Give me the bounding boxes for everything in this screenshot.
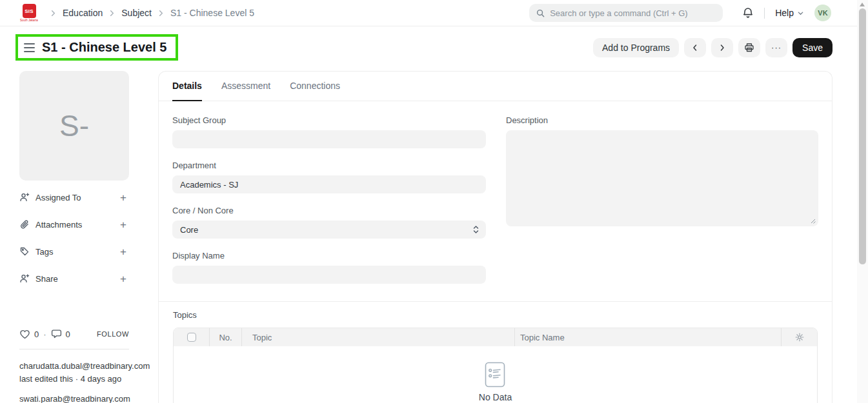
sidebar-item-label: Assigned To — [35, 193, 81, 202]
breadcrumb-education[interactable]: Education — [63, 8, 103, 18]
header-actions: Add to Programs ··· Save — [593, 38, 833, 57]
select-all-checkbox[interactable] — [187, 333, 196, 342]
sidebar-item-tags: Tags + — [19, 238, 129, 265]
likes-count: 0 — [34, 329, 39, 339]
search-input[interactable] — [550, 8, 716, 18]
notifications-bell-icon[interactable] — [742, 7, 754, 19]
like-button[interactable]: 0 — [19, 329, 39, 339]
topics-table: No. Topic Topic Name No Data — [173, 328, 818, 403]
last-edited-by: charudatta.dubal@treadbinary.com — [19, 360, 158, 373]
page-title: S1 - Chinese Level 5 — [42, 40, 167, 55]
printer-icon — [744, 43, 754, 53]
add-to-programs-button[interactable]: Add to Programs — [593, 38, 679, 57]
department-input[interactable] — [172, 175, 486, 193]
add-attachment-button[interactable]: + — [117, 218, 129, 231]
chevron-right-icon — [49, 9, 57, 17]
column-header-topic-name: Topic Name — [514, 328, 781, 346]
last-edited-note: last edited this · 4 days ago — [19, 373, 158, 386]
sidebar-item-assigned-to: Assigned To + — [19, 184, 129, 211]
comments-count: 0 — [66, 329, 70, 339]
created-by-block: swati.parab@treadbinary.com — [19, 393, 158, 403]
tag-icon — [19, 246, 30, 257]
heart-icon — [19, 329, 30, 339]
column-header-topic: Topic — [241, 328, 514, 346]
topics-table-body: No Data — [174, 346, 817, 403]
sidebar-item-label: Attachments — [35, 220, 82, 230]
scroll-up-arrow-icon[interactable] — [860, 3, 865, 6]
table-settings-button[interactable] — [781, 328, 817, 346]
add-share-button[interactable]: + — [117, 272, 129, 286]
core-non-core-select[interactable]: Core — [172, 221, 486, 239]
follow-button[interactable]: FOLLOW — [97, 330, 129, 338]
chevron-right-icon — [718, 43, 727, 52]
empty-state: No Data — [479, 362, 512, 402]
paperclip-icon — [19, 219, 30, 230]
add-assignment-button[interactable]: + — [117, 191, 129, 204]
select-updown-icon — [472, 225, 479, 234]
next-record-button[interactable] — [711, 38, 733, 57]
display-name-input[interactable] — [172, 266, 486, 284]
topics-section: Topics No. Topic Topic Name No Data — [159, 302, 832, 403]
sidebar-item-label: Share — [35, 274, 58, 284]
global-search[interactable] — [529, 4, 723, 22]
form-left-column: Subject Group Department Core / Non Core… — [172, 115, 486, 296]
field-department: Department — [172, 161, 486, 193]
social-row: 0 · 0 FOLLOW — [19, 329, 129, 339]
tab-connections[interactable]: Connections — [290, 72, 340, 101]
created-by: swati.parab@treadbinary.com — [19, 393, 158, 403]
field-core-non-core: Core / Non Core Core — [172, 206, 486, 239]
annotation-box: S1 - Chinese Level 5 — [15, 34, 178, 61]
breadcrumb-subject[interactable]: Subject — [121, 8, 152, 18]
topics-table-header: No. Topic Topic Name — [174, 328, 817, 346]
more-options-button[interactable]: ··· — [765, 38, 787, 57]
user-avatar[interactable]: VK — [814, 5, 831, 21]
header-checkbox-cell — [174, 328, 209, 346]
form-card: Details Assessment Connections Subject G… — [158, 71, 833, 403]
no-data-icon — [485, 362, 505, 388]
sidebar-divider — [19, 349, 129, 349]
chevron-down-icon — [797, 10, 804, 17]
record-image-placeholder[interactable]: S- — [19, 71, 129, 181]
help-menu[interactable]: Help — [775, 8, 804, 18]
comment-icon — [51, 329, 62, 339]
app-logo[interactable]: SIS South Jakarta — [19, 4, 39, 22]
chevron-right-icon — [157, 9, 165, 17]
scrollbar-thumb[interactable] — [859, 8, 866, 264]
details-form: Subject Group Department Core / Non Core… — [159, 101, 832, 301]
core-non-core-value: Core — [180, 225, 198, 235]
save-button[interactable]: Save — [792, 38, 833, 57]
column-header-no: No. — [209, 328, 241, 346]
gear-icon — [795, 333, 804, 342]
top-navbar: SIS South Jakarta Education Subject S1 -… — [0, 0, 857, 26]
field-display-name: Display Name — [172, 251, 486, 284]
record-sidebar: S- Assigned To + Attachments + Tags + — [19, 71, 158, 403]
field-description: Description — [506, 115, 818, 226]
last-edited-block: charudatta.dubal@treadbinary.com last ed… — [19, 360, 158, 386]
resize-handle-icon[interactable] — [810, 218, 816, 224]
navbar-right: Help VK — [742, 5, 831, 21]
assign-user-icon — [19, 192, 30, 202]
tab-assessment[interactable]: Assessment — [221, 72, 270, 101]
ellipsis-icon: ··· — [771, 43, 782, 52]
page-scrollbar — [857, 0, 868, 403]
breadcrumb: Education Subject S1 - Chinese Level 5 — [46, 8, 257, 18]
description-textarea[interactable] — [506, 130, 818, 226]
add-tag-button[interactable]: + — [117, 245, 129, 259]
print-button[interactable] — [738, 38, 760, 57]
dot-separator: · — [43, 329, 46, 339]
department-label: Department — [172, 161, 486, 170]
logo-subtext: South Jakarta — [20, 19, 38, 22]
breadcrumb-current: S1 - Chinese Level 5 — [170, 8, 254, 18]
subject-group-input[interactable] — [172, 130, 486, 148]
comments-button[interactable]: 0 — [51, 329, 70, 339]
sidebar-item-share: Share + — [19, 265, 129, 292]
tab-details[interactable]: Details — [172, 72, 202, 101]
previous-record-button[interactable] — [684, 38, 706, 57]
chevron-left-icon — [691, 43, 700, 52]
share-user-icon — [19, 273, 30, 284]
description-label: Description — [506, 115, 818, 125]
core-non-core-label: Core / Non Core — [172, 206, 486, 215]
display-name-label: Display Name — [172, 251, 486, 260]
sidebar-toggle-icon[interactable] — [24, 42, 35, 54]
subject-group-label: Subject Group — [172, 115, 486, 125]
